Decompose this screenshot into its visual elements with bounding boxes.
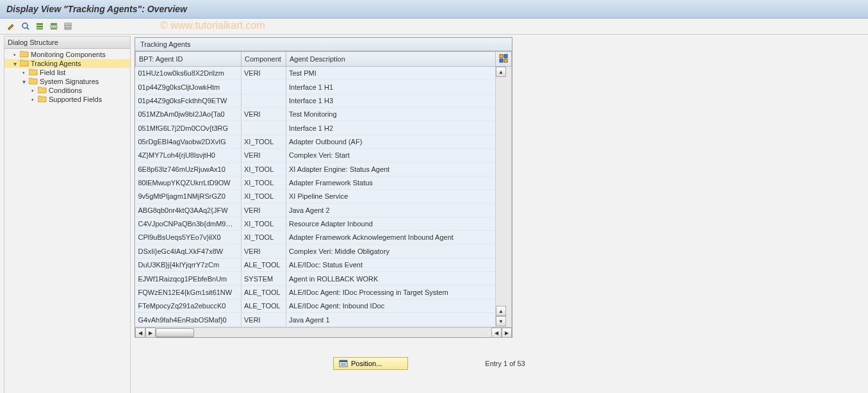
table-row[interactable]: 051MZbAm0jw9bI2JAo{Ta0VERITest Monitorin… bbox=[136, 108, 512, 121]
cell-component[interactable]: VERI bbox=[242, 149, 286, 162]
cell-agent-id[interactable]: 01HUz1ow0ks6u8X2DriIzm bbox=[136, 67, 242, 80]
select-block-icon[interactable] bbox=[49, 21, 59, 31]
cell-description[interactable]: Java Agent 1 bbox=[286, 313, 496, 327]
table-row[interactable]: 01p44Z9g0ksCljtJowkHtmInterface 1 H1 bbox=[136, 80, 512, 94]
cell-description[interactable]: Interface 1 H1 bbox=[286, 80, 496, 94]
cell-description[interactable]: Agent in ROLLBACK WORK bbox=[286, 272, 496, 285]
cell-component[interactable]: ALE_TOOL bbox=[242, 258, 286, 272]
table-row[interactable]: C4VJpoCNPaQBn3b{dmM9…XI_TOOLResource Ada… bbox=[136, 217, 512, 230]
tree-toggle-icon[interactable]: • bbox=[31, 87, 38, 94]
cell-component[interactable]: VERI bbox=[242, 313, 286, 327]
tree-toggle-icon[interactable]: ▾ bbox=[22, 78, 29, 85]
cell-agent-id[interactable]: CPl9uBsUeqs5YEo7v}ilX0 bbox=[136, 231, 242, 244]
cell-description[interactable]: Interface 1 H3 bbox=[286, 94, 496, 107]
table-row[interactable]: EJWf1Raizqcg1PEbfeBnUmSYSTEMAgent in ROL… bbox=[136, 272, 512, 285]
table-row[interactable]: CPl9uBsUeqs5YEo7v}ilX0XI_TOOLAdapter Fra… bbox=[136, 231, 512, 244]
cell-component[interactable]: VERI bbox=[242, 203, 286, 217]
column-header-component[interactable]: Component bbox=[242, 52, 286, 67]
cell-component[interactable]: VERI bbox=[242, 244, 286, 258]
table-row[interactable]: 4Z}MY7Loh4{rjU8lsvjtH0VERIComplex Veri: … bbox=[136, 149, 512, 162]
cell-agent-id[interactable]: 051MfG6L7j2Dm0COv{t3RG bbox=[136, 121, 242, 135]
cell-description[interactable]: Complex Veri: Start bbox=[286, 149, 496, 162]
tree-item-tracking-agents[interactable]: ▾Tracking Agents bbox=[4, 59, 130, 68]
cell-agent-id[interactable]: 051MZbAm0jw9bI2JAo{Ta0 bbox=[136, 108, 242, 121]
select-all-icon[interactable] bbox=[35, 21, 45, 31]
cell-component[interactable] bbox=[242, 80, 286, 94]
cell-agent-id[interactable]: FTeMpocyZq291a2ebuccK0 bbox=[136, 299, 242, 313]
tree-toggle-icon[interactable]: • bbox=[22, 69, 29, 76]
scroll-down-button[interactable]: ▲ bbox=[496, 306, 506, 316]
table-row[interactable]: 01HUz1ow0ks6u8X2DriIzmVERITest PMI▲▲▼ bbox=[136, 67, 512, 80]
cell-agent-id[interactable]: 01p44Z9g0ksCljtJowkHtm bbox=[136, 80, 242, 94]
scroll-down-button-2[interactable]: ▼ bbox=[496, 316, 506, 326]
cell-agent-id[interactable]: EJWf1Raizqcg1PEbfeBnUm bbox=[136, 272, 242, 285]
cell-component[interactable]: XI_TOOL bbox=[242, 190, 286, 203]
cell-agent-id[interactable]: ABG8qb0nr4ktQ3AAq2{JFW bbox=[136, 203, 242, 217]
cell-description[interactable]: Test PMI bbox=[286, 67, 496, 80]
cell-agent-id[interactable]: 80lEMwupYKQZUkrrLtD9OW bbox=[136, 176, 242, 189]
cell-component[interactable]: XI_TOOL bbox=[242, 162, 286, 176]
table-config-button[interactable] bbox=[496, 52, 512, 67]
cell-component[interactable]: XI_TOOL bbox=[242, 231, 286, 244]
cell-description[interactable]: Interface 1 H2 bbox=[286, 121, 496, 135]
tree-toggle-icon[interactable]: • bbox=[13, 51, 20, 58]
table-row[interactable]: DSxIi}eGc4IAqLXkF47x8WVERIComplex Veri: … bbox=[136, 244, 512, 258]
cell-agent-id[interactable]: C4VJpoCNPaQBn3b{dmM9… bbox=[136, 217, 242, 230]
cell-description[interactable]: ALE/IDoc: Status Event bbox=[286, 258, 496, 272]
table-row[interactable]: 80lEMwupYKQZUkrrLtD9OWXI_TOOLAdapter Fra… bbox=[136, 176, 512, 189]
cell-agent-id[interactable]: 4Z}MY7Loh4{rjU8lsvjtH0 bbox=[136, 149, 242, 162]
cell-component[interactable]: VERI bbox=[242, 67, 286, 80]
column-header-description[interactable]: Agent Description bbox=[286, 52, 496, 67]
table-row[interactable]: G4vAh9fah4EnRsbOSMaf}0VERIJava Agent 1 bbox=[136, 313, 512, 327]
horizontal-scrollbar[interactable]: ◀ ▶ ◀ ▶ bbox=[135, 327, 512, 337]
cell-description[interactable]: XI Adapter Engine: Status Agent bbox=[286, 162, 496, 176]
tree-item-monitoring-components[interactable]: •Monitoring Components bbox=[4, 50, 130, 59]
cell-agent-id[interactable]: G4vAh9fah4EnRsbOSMaf}0 bbox=[136, 313, 242, 327]
tree-item-field-list[interactable]: •Field list bbox=[4, 68, 130, 77]
cell-description[interactable]: Adapter Framework Acknowlegement Inbound… bbox=[286, 231, 496, 244]
hscroll-track[interactable] bbox=[156, 328, 245, 337]
position-button[interactable]: Position... bbox=[333, 357, 408, 370]
cell-description[interactable]: Resource Adapter Inbound bbox=[286, 217, 496, 230]
table-row[interactable]: FQWzEN12E4{kGm1sit61NWALE_TOOLALE/IDoc A… bbox=[136, 285, 512, 299]
cell-component[interactable] bbox=[242, 121, 286, 135]
column-header-agent-id[interactable]: BPT: Agent ID bbox=[136, 52, 242, 67]
cell-description[interactable]: ALE/IDoc Agent: IDoc Processing in Targe… bbox=[286, 285, 496, 299]
tree-item-conditions[interactable]: •Conditions bbox=[4, 86, 130, 95]
cell-description[interactable]: Adapter Framework Status bbox=[286, 176, 496, 189]
cell-component[interactable]: XI_TOOL bbox=[242, 135, 286, 148]
table-row[interactable]: 9v5gMtPIjagm1NMjRSrGZ0XI_TOOLXI Pipeline… bbox=[136, 190, 512, 203]
cell-description[interactable]: Adapter Outbound (AF) bbox=[286, 135, 496, 148]
tree-item-system-signatures[interactable]: ▾System Signatures bbox=[4, 77, 130, 86]
tree-item-supported-fields[interactable]: •Supported Fields bbox=[4, 95, 130, 104]
cell-component[interactable]: VERI bbox=[242, 108, 286, 121]
cell-component[interactable]: XI_TOOL bbox=[242, 217, 286, 230]
scroll-up-button[interactable]: ▲ bbox=[496, 67, 506, 77]
cell-component[interactable]: ALE_TOOL bbox=[242, 299, 286, 313]
scroll-left-button-2[interactable]: ◀ bbox=[491, 328, 502, 338]
cell-agent-id[interactable]: 9v5gMtPIjagm1NMjRSrGZ0 bbox=[136, 190, 242, 203]
cell-agent-id[interactable]: FQWzEN12E4{kGm1sit61NW bbox=[136, 285, 242, 299]
scroll-right-button[interactable]: ▶ bbox=[145, 328, 156, 338]
deselect-all-icon[interactable] bbox=[63, 21, 73, 31]
cell-component[interactable]: SYSTEM bbox=[242, 272, 286, 285]
tree-toggle-icon[interactable]: ▾ bbox=[13, 60, 20, 67]
edit-icon[interactable] bbox=[6, 21, 17, 31]
cell-description[interactable]: ALE/IDoc Agent: Inbound IDoc bbox=[286, 299, 496, 313]
cell-component[interactable] bbox=[242, 94, 286, 107]
scroll-left-button[interactable]: ◀ bbox=[135, 328, 145, 338]
table-row[interactable]: ABG8qb0nr4ktQ3AAq2{JFWVERIJava Agent 2 bbox=[136, 203, 512, 217]
table-row[interactable]: 05rDgEBI4agVaobw2DXvIGXI_TOOLAdapter Out… bbox=[136, 135, 512, 148]
cell-description[interactable]: Java Agent 2 bbox=[286, 203, 496, 217]
table-row[interactable]: FTeMpocyZq291a2ebuccK0ALE_TOOLALE/IDoc A… bbox=[136, 299, 512, 313]
hscroll-thumb[interactable] bbox=[156, 328, 194, 337]
table-row[interactable]: 6E8p63lz746mUzRjuwAx10XI_TOOLXI Adapter … bbox=[136, 162, 512, 176]
details-icon[interactable] bbox=[20, 21, 31, 31]
cell-description[interactable]: XI Pipeline Service bbox=[286, 190, 496, 203]
cell-agent-id[interactable]: DSxIi}eGc4IAqLXkF47x8W bbox=[136, 244, 242, 258]
cell-agent-id[interactable]: DuU3KB}j{4kIYjqrrY7zCm bbox=[136, 258, 242, 272]
cell-agent-id[interactable]: 01p44Z9g0ksFckthhQ9ETW bbox=[136, 94, 242, 107]
cell-agent-id[interactable]: 6E8p63lz746mUzRjuwAx10 bbox=[136, 162, 242, 176]
table-row[interactable]: 01p44Z9g0ksFckthhQ9ETWInterface 1 H3 bbox=[136, 94, 512, 107]
cell-agent-id[interactable]: 05rDgEBI4agVaobw2DXvIG bbox=[136, 135, 242, 148]
